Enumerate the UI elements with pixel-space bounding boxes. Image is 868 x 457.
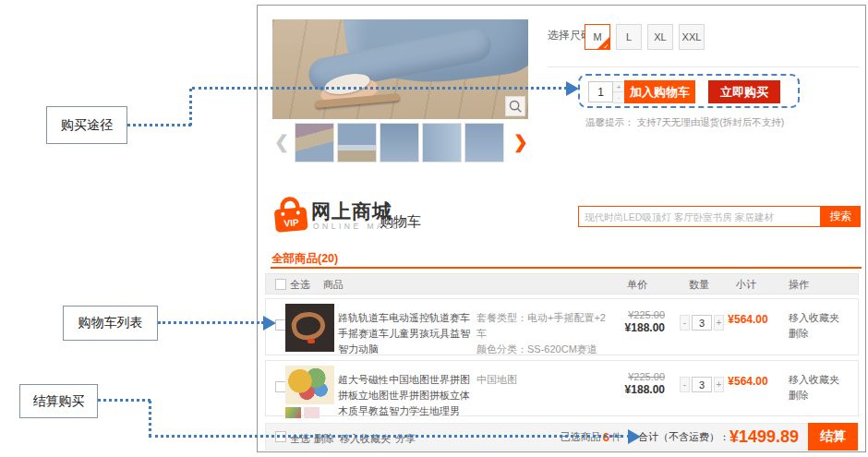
row-operations: 移入收藏夹 删除 [789,310,839,342]
select-all-checkbox[interactable] [275,279,286,290]
thumbnail-4[interactable] [422,123,462,162]
quantity-input[interactable] [588,81,613,102]
row-quantity-stepper: - 3 + [680,315,724,331]
move-to-favorites-link[interactable]: 移入收藏夹 [789,310,839,326]
qty-decrease-icon[interactable]: - [680,315,690,331]
buy-now-button[interactable]: 立即购买 [708,80,780,103]
section-divider [548,66,860,67]
total-label: 合计（不含运费）： [638,430,729,444]
carousel-prev-icon[interactable]: ❮ [274,130,289,154]
original-price: ¥225.00 [606,309,665,320]
thumbnail-5[interactable] [464,123,504,162]
all-products-tab[interactable]: 全部商品(20) [271,251,338,267]
product-image-map-puzzle[interactable] [285,366,334,404]
svg-text:VIP: VIP [283,217,299,228]
section-underline [271,267,862,269]
header-select-all[interactable]: 全选 [290,278,310,292]
mall-logo-bag-icon[interactable]: VIP [271,194,311,235]
image-zoom-button[interactable] [505,96,525,116]
annotation-arrow-3-icon [628,429,641,444]
product-main-image[interactable] [272,19,528,119]
header-operation: 操作 [789,278,809,292]
delete-link[interactable]: 删除 [789,388,839,403]
product-spec: 套餐类型：电动+手摇配置+2车 颜色分类：SS-620CM赛道 [476,310,606,357]
product-mini-thumbnails [285,407,319,418]
annotation-line-3 [98,399,151,402]
thumbnail-1[interactable] [295,123,334,162]
header-product: 商品 [323,278,344,292]
car-shape [307,339,315,343]
spec-line-1: 中国地图 [476,372,606,388]
product-image-race-track[interactable] [285,304,334,352]
annotation-arrow-2-icon [263,316,276,331]
price-column: ¥225.00 ¥188.00 [606,309,665,334]
checkout-button[interactable]: 结算 [808,423,858,451]
header-unit-price: 单价 [613,278,661,292]
annotation-line-3 [149,401,151,437]
thumbnail-strip: ❮ ❯ [272,123,528,163]
screenshot-canvas: ❮ ❯ 选择尺码: M ✓ L XL XXL + - [0,0,868,457]
row-operations: 移入收藏夹 删除 [789,372,839,403]
total-amount: ¥1499.89 [729,427,799,447]
price-column: ¥225.00 ¥188.00 [606,371,665,396]
size-option-xxl[interactable]: XXL [679,24,705,50]
cart-row-1: 路轨轨道车电动遥控轨道赛车手摇赛道车儿童男孩玩具益智智力动脑 套餐类型：电动+手… [265,298,859,355]
annotation-line-2 [158,321,264,324]
return-policy-tip: 温馨提示： 支持7天无理由退货(拆封后不支持) [585,116,784,129]
product-spec: 中国地图 [476,372,606,388]
callout-purchase-path: 购买途径 [46,106,127,144]
magnifier-icon [508,99,523,114]
spec-line-2: 颜色分类：SS-620CM赛道 [476,342,606,357]
original-price: ¥225.00 [606,371,665,382]
header-subtotal: 小计 [722,278,770,292]
qty-value[interactable]: 3 [692,377,712,392]
annotation-line-1 [192,87,567,90]
callout-cart-list: 购物车列表 [63,306,158,341]
page-title: 购物车 [380,213,421,231]
qty-value[interactable]: 3 [692,315,712,331]
add-to-cart-button[interactable]: 加入购物车 [624,80,695,103]
row-subtotal: ¥564.00 [722,375,774,388]
callout-checkout-buy: 结算购买 [19,384,98,418]
cart-table-header: 全选 商品 单价 数量 小计 操作 [265,273,859,295]
annotation-line-1 [127,124,191,126]
main-panel: ❮ ❯ 选择尺码: M ✓ L XL XXL + - [257,5,866,452]
row-quantity-stepper: - 3 + [680,377,724,392]
size-option-xl[interactable]: XL [647,24,673,50]
annotation-line-3 [149,435,630,438]
cart-row-2: 超大号磁性中国地图世界拼图拼板立地图世界拼图拼板立体木质早教益智力学生地理男 中… [265,360,859,416]
move-to-favorites-link[interactable]: 移入收藏夹 [789,372,839,388]
delete-link[interactable]: 删除 [789,326,839,342]
row-subtotal: ¥564.00 [722,313,774,326]
search-input[interactable] [578,206,821,227]
track-shape [289,309,327,343]
search-button[interactable]: 搜索 [821,206,861,227]
product-title-link[interactable]: 路轨轨道车电动遥控轨道赛车手摇赛道车儿童男孩玩具益智智力动脑 [338,310,478,357]
spec-line-1: 套餐类型：电动+手摇配置+2车 [476,310,606,342]
annotation-arrow-1-icon [566,81,579,96]
current-price: ¥188.00 [606,383,665,396]
size-option-l[interactable]: L [616,24,642,50]
quantity-stepper: + - [588,81,625,103]
size-option-m[interactable]: M ✓ [585,24,610,50]
current-price: ¥188.00 [606,321,665,334]
thumbnail-2[interactable] [337,123,377,162]
header-quantity: 数量 [681,278,717,292]
annotation-line-1 [189,89,192,126]
thumbnail-3[interactable] [380,123,419,162]
size-options: M ✓ L XL XXL [585,24,705,50]
product-title-link[interactable]: 超大号磁性中国地图世界拼图拼板立地图世界拼图拼板立体木质早教益智力学生地理男 [338,372,478,419]
check-icon: ✓ [603,42,609,50]
qty-decrease-icon[interactable]: - [680,377,690,392]
carousel-next-icon[interactable]: ❯ [513,130,528,154]
